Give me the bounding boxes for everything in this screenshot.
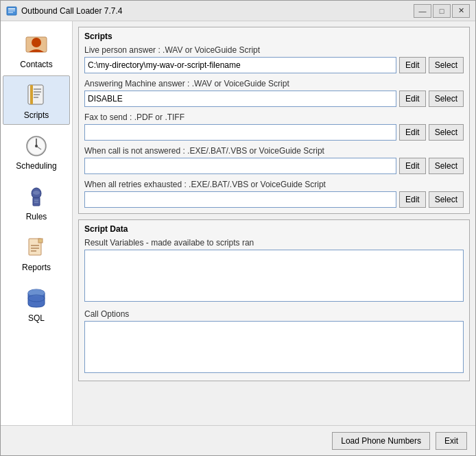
minimize-button[interactable]: — [414,4,431,18]
script-data-title: Script Data [84,224,464,234]
svg-rect-8 [30,85,33,104]
fax-select-button[interactable]: Select [429,124,464,141]
svg-rect-3 [8,12,13,13]
call-not-answered-edit-button[interactable]: Edit [399,158,426,174]
call-not-answered-select-button[interactable]: Select [429,158,464,174]
call-options-textarea[interactable] [84,321,464,373]
sidebar-label-scripts: Scripts [24,110,49,120]
result-variables-textarea[interactable] [84,250,464,302]
main-window: Outbound Call Loader 7.7.4 — □ ✕ Contact… [0,0,476,456]
answering-machine-input[interactable] [84,91,396,107]
exit-button[interactable]: Exit [436,432,467,450]
answering-machine-row: Answering Machine answer : .WAV or Voice… [84,79,464,107]
right-panel: Scripts Live person answer : .WAV or Voi… [73,21,475,425]
answering-machine-edit-button[interactable]: Edit [399,91,426,107]
scripts-group: Scripts Live person answer : .WAV or Voi… [78,27,470,214]
call-not-answered-input[interactable] [84,158,396,174]
live-person-input[interactable] [84,57,396,73]
title-bar-controls: — □ ✕ [414,4,470,18]
sidebar-label-reports: Reports [22,263,51,272]
live-person-label: Live person answer : .WAV or VoiceGuide … [84,45,464,55]
svg-point-17 [35,145,38,147]
answering-machine-controls: Edit Select [84,91,464,107]
contacts-icon [23,31,50,58]
title-bar: Outbound Call Loader 7.7.4 — □ ✕ [1,1,475,21]
sidebar-item-rules[interactable]: Rules [3,177,70,226]
fax-input[interactable] [84,124,396,141]
title-bar-text: Outbound Call Loader 7.7.4 [21,6,414,16]
call-not-answered-row: When call is not answered : .EXE/.BAT/.V… [84,146,464,174]
svg-point-5 [32,38,41,47]
scripts-section-title: Scripts [84,32,464,41]
sidebar-label-scheduling: Scheduling [16,161,56,171]
call-not-answered-label: When call is not answered : .EXE/.BAT/.V… [84,146,464,156]
live-person-row: Live person answer : .WAV or VoiceGuide … [84,45,464,73]
svg-point-30 [28,295,45,302]
fax-edit-button[interactable]: Edit [399,124,426,141]
retries-exhausted-input[interactable] [84,191,396,208]
bottom-bar: Load Phone Numbers Exit [1,425,475,455]
retries-exhausted-controls: Edit Select [84,191,464,208]
live-person-edit-button[interactable]: Edit [399,57,426,73]
retries-exhausted-select-button[interactable]: Select [429,191,464,208]
svg-rect-20 [33,197,40,206]
reports-icon [23,234,50,261]
svg-rect-2 [8,10,15,12]
svg-rect-24 [38,239,43,243]
sidebar-item-scheduling[interactable]: Scheduling [3,126,70,176]
answering-machine-label: Answering Machine answer : .WAV or Voice… [84,79,464,88]
sidebar-label-contacts: Contacts [20,60,52,69]
main-content: Contacts Scripts [1,21,475,425]
retries-exhausted-row: When all retries exhausted : .EXE/.BAT/.… [84,180,464,208]
sidebar-item-scripts[interactable]: Scripts [3,75,70,125]
live-person-select-button[interactable]: Select [429,57,464,73]
svg-point-19 [33,191,40,195]
sidebar-item-sql[interactable]: SQL [3,278,70,328]
sidebar-item-contacts[interactable]: Contacts [3,25,70,74]
answering-machine-select-button[interactable]: Select [429,91,464,107]
sql-icon [23,285,50,312]
close-button[interactable]: ✕ [452,4,470,18]
fax-row: Fax to send : .PDF or .TIFF Edit Select [84,112,464,141]
app-icon [6,5,17,16]
sidebar-label-sql: SQL [28,313,45,323]
maximize-button[interactable]: □ [433,4,451,18]
scheduling-icon [23,132,50,160]
call-options-label: Call Options [84,309,464,319]
scripts-icon [23,82,50,109]
result-variables-label: Result Variables - made availabe to scri… [84,238,464,248]
script-data-section: Script Data Result Variables - made avai… [78,219,470,381]
sidebar-item-reports[interactable]: Reports [3,228,70,277]
retries-exhausted-label: When all retries exhausted : .EXE/.BAT/.… [84,180,464,189]
rules-icon [23,183,50,211]
load-phone-numbers-button[interactable]: Load Phone Numbers [332,432,430,450]
fax-controls: Edit Select [84,124,464,141]
fax-label: Fax to send : .PDF or .TIFF [84,112,464,122]
call-not-answered-controls: Edit Select [84,158,464,174]
sidebar-label-rules: Rules [26,212,47,221]
live-person-controls: Edit Select [84,57,464,73]
sidebar: Contacts Scripts [1,21,73,425]
retries-exhausted-edit-button[interactable]: Edit [399,191,426,208]
svg-rect-1 [8,8,15,10]
